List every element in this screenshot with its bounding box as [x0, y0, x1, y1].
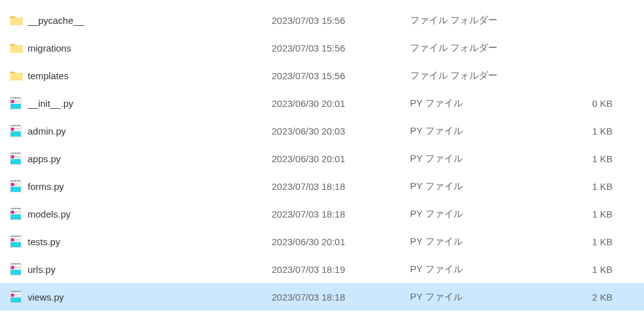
file-list: __pycache__ 2023/07/03 15:56 ファイル フォルダー …: [0, 0, 644, 311]
svg-rect-20: [11, 128, 14, 131]
svg-point-27: [17, 153, 18, 154]
svg-rect-62: [15, 241, 20, 241]
file-icon-cell: [10, 124, 28, 137]
svg-point-77: [17, 291, 18, 292]
svg-point-65: [13, 263, 14, 265]
svg-point-6: [15, 97, 16, 99]
file-row[interactable]: urls.py 2023/07/03 18:19 PY ファイル 1 KB: [0, 255, 644, 283]
file-type: PY ファイル: [410, 153, 567, 165]
file-icon-cell: [10, 43, 28, 53]
svg-rect-80: [11, 294, 14, 297]
file-icon-cell: [10, 180, 28, 192]
svg-point-46: [15, 208, 16, 209]
file-row[interactable]: apps.py 2023/06/30 20:01 PY ファイル 1 KB: [0, 145, 644, 172]
file-icon-cell: [10, 235, 28, 248]
file-row[interactable]: forms.py 2023/07/03 18:18 PY ファイル 1 KB: [0, 172, 644, 200]
file-row[interactable]: tests.py 2023/06/30 20:01 PY ファイル 1 KB: [0, 228, 644, 255]
pyfile-icon: [10, 263, 21, 275]
svg-rect-0: [10, 18, 23, 25]
svg-point-24: [11, 153, 13, 154]
svg-point-44: [11, 208, 13, 209]
svg-point-28: [19, 153, 20, 154]
svg-point-35: [13, 180, 14, 182]
file-name: forms.py: [28, 181, 272, 192]
file-type: PY ファイル: [410, 180, 567, 192]
svg-rect-49: [11, 214, 21, 219]
svg-point-66: [15, 263, 16, 265]
file-row[interactable]: __init__.py 2023/06/30 20:01 PY ファイル 0 K…: [0, 89, 644, 117]
svg-point-58: [19, 236, 20, 237]
pyfile-icon: [10, 235, 21, 248]
svg-rect-21: [15, 128, 20, 129]
file-icon-cell: [10, 15, 28, 25]
svg-rect-79: [11, 297, 21, 302]
svg-rect-72: [15, 268, 20, 269]
svg-rect-31: [15, 156, 20, 157]
file-size: 0 KB: [567, 98, 644, 109]
pyfile-icon: [10, 152, 21, 165]
svg-rect-69: [11, 270, 21, 275]
pyfile-icon: [10, 124, 21, 137]
file-type: PY ファイル: [410, 263, 567, 275]
file-size: 1 KB: [567, 181, 644, 192]
svg-point-47: [17, 208, 18, 209]
folder-icon: [10, 70, 23, 80]
file-date: 2023/07/03 18:18: [272, 181, 410, 192]
file-type: PY ファイル: [410, 125, 567, 137]
svg-rect-61: [15, 239, 20, 240]
svg-point-37: [17, 180, 18, 182]
file-date: 2023/06/30 20:01: [272, 153, 410, 164]
svg-point-76: [15, 291, 16, 292]
file-date: 2023/07/03 18:18: [272, 292, 410, 302]
file-date: 2023/07/03 18:18: [272, 209, 410, 219]
svg-point-67: [17, 263, 18, 265]
file-name: views.py: [28, 292, 272, 302]
file-date: 2023/06/30 20:01: [272, 236, 410, 247]
file-row[interactable]: views.py 2023/07/03 18:18 PY ファイル 2 KB: [0, 283, 644, 311]
svg-rect-22: [15, 130, 20, 131]
svg-point-25: [13, 153, 14, 154]
file-name: migrations: [28, 43, 272, 53]
svg-point-8: [19, 97, 20, 99]
svg-point-74: [11, 291, 13, 292]
file-name: __pycache__: [28, 15, 272, 26]
svg-point-18: [19, 125, 20, 126]
file-size: 1 KB: [567, 209, 644, 219]
svg-point-15: [13, 125, 14, 126]
svg-point-17: [17, 125, 18, 126]
file-row[interactable]: admin.py 2023/06/30 20:03 PY ファイル 1 KB: [0, 117, 644, 145]
file-date: 2023/07/03 15:56: [272, 70, 410, 81]
svg-point-57: [17, 236, 18, 237]
svg-point-56: [15, 236, 16, 237]
svg-rect-10: [11, 100, 14, 103]
file-type: ファイル フォルダー: [410, 70, 567, 82]
svg-point-75: [13, 291, 14, 292]
svg-rect-42: [15, 185, 20, 186]
svg-rect-1: [10, 45, 23, 53]
pyfile-icon: [10, 97, 21, 109]
file-name: models.py: [28, 209, 272, 219]
file-row[interactable]: __pycache__ 2023/07/03 15:56 ファイル フォルダー: [0, 6, 644, 34]
file-name: templates: [28, 70, 272, 81]
file-row[interactable]: migrations 2023/07/03 15:56 ファイル フォルダー: [0, 34, 644, 62]
svg-point-7: [17, 97, 18, 99]
svg-rect-40: [11, 183, 14, 186]
file-date: 2023/06/30 20:03: [272, 126, 410, 136]
svg-rect-19: [11, 131, 21, 136]
file-row[interactable]: templates 2023/07/03 15:56 ファイル フォルダー: [0, 62, 644, 89]
file-date: 2023/07/03 15:56: [272, 15, 410, 26]
svg-point-78: [19, 291, 20, 292]
svg-rect-29: [11, 159, 21, 164]
file-type: PY ファイル: [410, 236, 567, 248]
file-type: ファイル フォルダー: [410, 42, 567, 54]
svg-point-64: [11, 263, 13, 265]
svg-rect-81: [15, 294, 20, 295]
file-date: 2023/07/03 15:56: [272, 43, 410, 53]
file-type: ファイル フォルダー: [410, 14, 567, 26]
file-icon-cell: [10, 290, 28, 303]
svg-rect-9: [11, 104, 21, 109]
pyfile-icon: [10, 207, 21, 220]
file-row[interactable]: models.py 2023/07/03 18:18 PY ファイル 1 KB: [0, 200, 644, 228]
svg-point-16: [15, 125, 16, 126]
svg-point-45: [13, 208, 14, 209]
